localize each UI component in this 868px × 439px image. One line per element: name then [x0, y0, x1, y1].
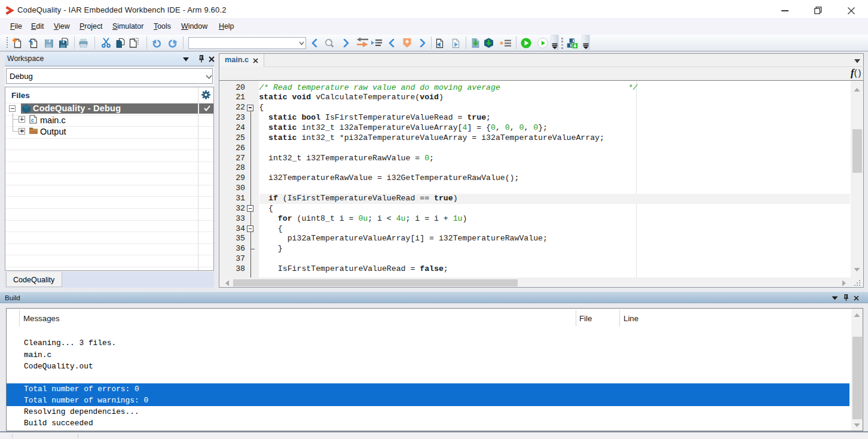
svg-text:c: c	[31, 117, 34, 123]
